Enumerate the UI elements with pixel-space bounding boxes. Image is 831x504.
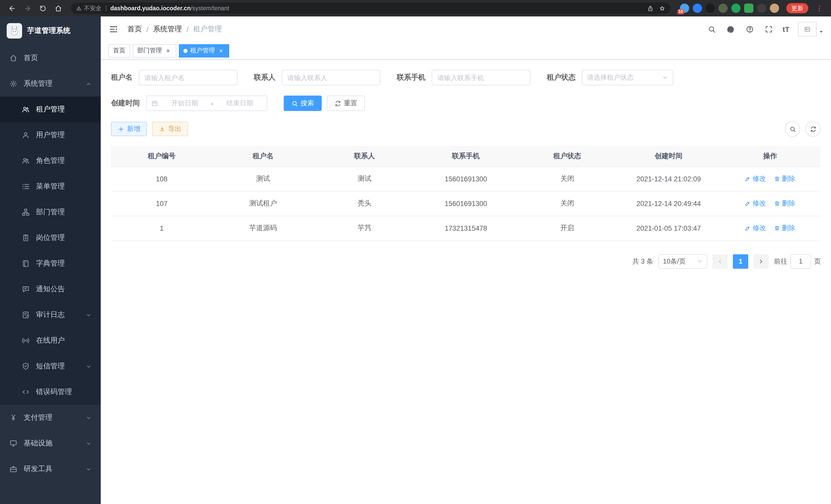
table-row: 107 测试租户 秃头 15601691300 关闭 2021-12-14 20… <box>111 191 821 216</box>
sidebar-item-post[interactable]: 岗位管理 <box>0 225 101 251</box>
tab-tenant[interactable]: 租户管理 × <box>179 44 229 57</box>
sidebar-item-infra[interactable]: 基础设施 <box>0 431 101 456</box>
sidebar-item-notice[interactable]: 通知公告 <box>0 276 101 302</box>
sidebar-item-payment[interactable]: 支付管理 <box>0 405 101 431</box>
status-select[interactable]: 请选择租户状态 <box>582 70 673 85</box>
home-icon[interactable] <box>51 2 65 14</box>
trash-icon <box>774 176 780 182</box>
sidebar-item-dict[interactable]: 字典管理 <box>0 251 101 276</box>
sidebar-item-devtools[interactable]: 研发工具 <box>0 456 101 482</box>
extension-icon[interactable] <box>718 4 728 13</box>
date-range-picker[interactable]: 开始日期 - 结束日期 <box>146 95 267 111</box>
code-icon <box>22 388 30 396</box>
cell-created: 2021-12-14 21:02:09 <box>618 167 719 191</box>
edit-link[interactable]: 修改 <box>745 199 766 208</box>
chevron-down-icon[interactable] <box>819 29 824 34</box>
sidebar-item-audit-log[interactable]: 审计日志 <box>0 302 101 328</box>
page-header: 首页 / 系统管理 / 租户管理 <box>101 17 831 42</box>
create-time-label: 创建时间 <box>111 99 140 108</box>
refresh-table-button[interactable] <box>805 121 821 137</box>
document-edit-icon <box>22 311 30 319</box>
page-size-select[interactable]: 10条/页 <box>658 254 707 268</box>
sidebar-item-online-users[interactable]: 在线用户 <box>0 328 101 353</box>
sidebar-item-role[interactable]: 角色管理 <box>0 148 101 174</box>
goto-page-input[interactable] <box>791 254 811 268</box>
edit-link[interactable]: 修改 <box>745 174 766 183</box>
github-icon[interactable] <box>726 24 736 34</box>
column-header: 租户状态 <box>516 146 618 167</box>
app-logo[interactable]: 芋道管理系统 <box>0 17 101 45</box>
chevron-right-icon <box>758 258 764 264</box>
chevron-down-icon <box>697 259 703 264</box>
extension-icon[interactable]: 10 <box>680 4 689 13</box>
breadcrumb-item[interactable]: 系统管理 <box>153 25 182 34</box>
toggle-search-button[interactable] <box>785 121 800 137</box>
reset-button[interactable]: 重置 <box>327 95 365 111</box>
sidebar-item-dept[interactable]: 部门管理 <box>0 199 101 225</box>
sidebar-item-user[interactable]: 用户管理 <box>0 122 101 148</box>
page-size-value: 10条/页 <box>663 257 686 266</box>
add-button[interactable]: 新增 <box>111 122 147 136</box>
extension-icon[interactable] <box>731 4 741 13</box>
browser-update-button[interactable]: 更新 <box>786 3 808 13</box>
sidebar-item-sms[interactable]: 短信管理 <box>0 353 101 379</box>
font-size-icon[interactable]: tT <box>783 25 790 33</box>
sidebar-item-tenant[interactable]: 租户管理 <box>0 97 101 122</box>
sidebar-item-menu[interactable]: 菜单管理 <box>0 174 101 199</box>
tab-close-icon[interactable]: × <box>165 47 172 54</box>
search-icon <box>789 126 796 132</box>
sidebar-item-label: 岗位管理 <box>36 233 65 242</box>
security-warning[interactable]: 不安全 <box>76 4 102 12</box>
edit-link[interactable]: 修改 <box>745 224 766 233</box>
prev-page-button[interactable] <box>712 254 728 268</box>
sidebar-item-home[interactable]: 首页 <box>0 45 101 71</box>
cell-phone: 17321315478 <box>415 216 517 240</box>
export-button[interactable]: 导出 <box>152 122 188 136</box>
tab-dept[interactable]: 部门管理 × <box>133 44 176 57</box>
user-avatar[interactable] <box>798 22 816 36</box>
sidebar-item-label: 部门管理 <box>36 208 65 217</box>
next-page-button[interactable] <box>753 254 769 268</box>
screen: 不安全 dashboard.yudao.iocoder.cn/system/te… <box>0 0 831 504</box>
pagination: 共 3 条 10条/页 1 前往 页 <box>111 254 821 268</box>
profile-avatar-icon[interactable] <box>770 4 779 13</box>
back-icon[interactable] <box>5 2 19 14</box>
home-icon <box>9 54 18 62</box>
delete-link[interactable]: 删除 <box>774 174 795 183</box>
forward-icon[interactable] <box>21 2 34 14</box>
main-content: 租户名 联系人 联系手机 租户状态 请选择租户状态 <box>101 60 831 504</box>
address-bar[interactable]: 不安全 dashboard.yudao.iocoder.cn/system/te… <box>71 3 671 14</box>
url-divider <box>106 5 106 11</box>
fullscreen-icon[interactable] <box>764 24 774 34</box>
date-separator: - <box>211 99 213 107</box>
browser-menu-icon[interactable] <box>812 2 826 14</box>
extension-icon[interactable] <box>757 4 766 13</box>
phone-input[interactable] <box>432 70 531 85</box>
tab-close-icon[interactable]: × <box>218 47 225 54</box>
tab-home[interactable]: 首页 <box>109 44 130 57</box>
extension-icon[interactable] <box>706 4 715 13</box>
extension-icon[interactable] <box>744 4 753 13</box>
security-label: 不安全 <box>84 4 102 12</box>
sidebar-item-error-code[interactable]: 错误码管理 <box>0 379 101 405</box>
extension-badge: 10 <box>677 9 684 14</box>
search-icon[interactable] <box>707 24 717 34</box>
search-icon <box>291 100 298 107</box>
tenant-name-label: 租户名 <box>111 73 133 82</box>
delete-link[interactable]: 删除 <box>774 224 795 233</box>
extension-icon[interactable] <box>693 4 702 13</box>
share-icon[interactable] <box>647 5 654 11</box>
breadcrumb-item[interactable]: 首页 <box>127 25 142 34</box>
bookmark-star-icon[interactable] <box>659 5 665 11</box>
contact-input[interactable] <box>282 70 380 85</box>
header-actions: tT <box>707 22 824 36</box>
sidebar-item-label: 错误码管理 <box>36 387 72 396</box>
reload-icon[interactable] <box>36 2 49 14</box>
page-number-button[interactable]: 1 <box>733 254 748 268</box>
delete-link[interactable]: 删除 <box>774 199 795 208</box>
tenant-name-input[interactable] <box>139 70 237 85</box>
sidebar-toggle-icon[interactable] <box>108 24 119 35</box>
search-button[interactable]: 搜索 <box>284 95 322 111</box>
sidebar-item-system[interactable]: 系统管理 <box>0 71 101 97</box>
help-icon[interactable] <box>745 24 755 34</box>
